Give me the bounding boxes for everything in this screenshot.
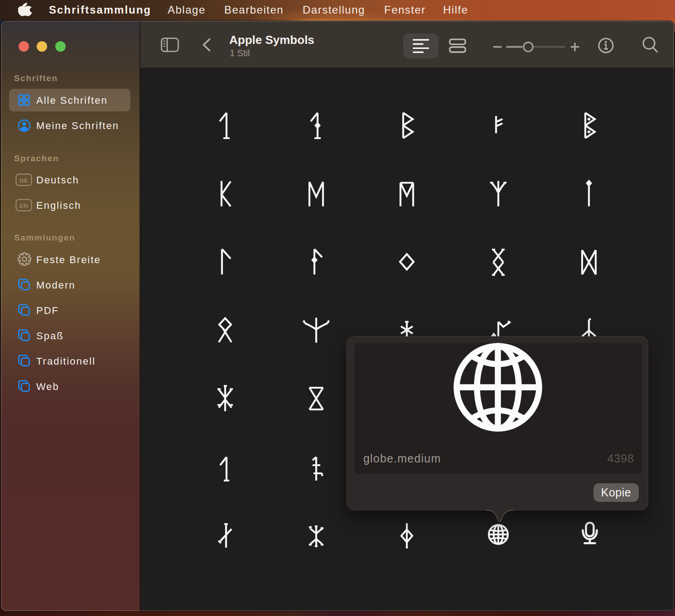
svg-text:EN: EN <box>19 202 28 209</box>
svg-text:DE: DE <box>19 177 28 184</box>
